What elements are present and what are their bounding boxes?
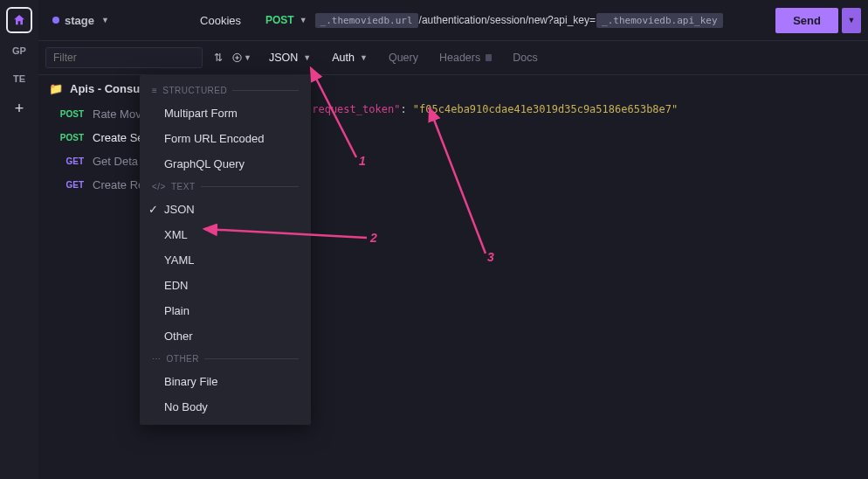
method-selector[interactable]: POST ▼ [265, 14, 307, 26]
tab-body[interactable]: JSON ▼ [269, 52, 311, 64]
env-selector[interactable]: stage ▼ [45, 10, 189, 31]
dropdown-section-label: OTHER [167, 354, 200, 364]
dropdown-item-nobody[interactable]: No Body [140, 394, 311, 420]
annotation-label-2: 2 [370, 231, 377, 245]
send-dropdown[interactable]: ▼ [842, 8, 861, 33]
url-input[interactable]: _.themoviedb.url /authentication/session… [314, 13, 769, 28]
editor-line: } [285, 117, 858, 133]
tab-query[interactable]: Query [389, 52, 418, 64]
cookies-button[interactable]: Cookies [189, 10, 251, 31]
dropdown-section-other: ⋯ OTHER [140, 349, 311, 369]
app-rail: GP TE + [0, 0, 38, 479]
dropdown-section-label: STRUCTURED [162, 86, 227, 95]
list-icon: ≡ [152, 86, 157, 95]
request-method: GET [56, 156, 84, 166]
dropdown-item-binary[interactable]: Binary File [140, 369, 311, 394]
env-dot-icon [52, 17, 59, 24]
plus-circle-icon [232, 52, 242, 64]
dropdown-section-structured: ≡ STRUCTURED [140, 80, 311, 101]
chevron-down-icon: ▼ [101, 16, 109, 24]
chevron-down-icon: ▼ [244, 53, 251, 62]
body-editor[interactable]: { "request_token": "f05c4eba910cdae41e30… [258, 75, 868, 143]
code-icon: </> [152, 182, 166, 191]
dots-icon: ⋯ [152, 354, 162, 364]
divider [204, 358, 299, 359]
request-tabs: JSON ▼ Auth ▼ Query Headers Docs [258, 40, 868, 75]
workspace-badge-gp[interactable]: GP [7, 40, 31, 61]
dropdown-item-other[interactable]: Other [140, 323, 311, 349]
chevron-down-icon: ▼ [360, 53, 368, 62]
divider [232, 90, 299, 91]
editor-line: "request_token": "f05c4eba910cdae41e3019… [285, 101, 858, 117]
tab-headers-label: Headers [439, 52, 480, 64]
request-name: Rate Mov [93, 108, 141, 121]
folder-icon: 📁 [49, 82, 63, 95]
env-name: stage [65, 14, 94, 27]
tab-docs[interactable]: Docs [513, 52, 537, 64]
dropdown-item-xml[interactable]: XML [140, 222, 311, 247]
dropdown-item-yaml[interactable]: YAML [140, 247, 311, 273]
editor-line: { [285, 86, 858, 101]
add-button[interactable]: ▼ [232, 48, 251, 67]
main-pane: POST ▼ _.themoviedb.url /authentication/… [258, 0, 868, 479]
env-row: stage ▼ Cookies [38, 0, 258, 40]
json-key: "request_token" [306, 103, 400, 115]
dropdown-item-multipart[interactable]: Multipart Form [140, 101, 311, 126]
dropdown-section-label: TEXT [171, 182, 196, 191]
add-workspace-button[interactable]: + [15, 100, 24, 118]
annotation-label-1: 1 [359, 154, 366, 168]
request-name: Get Deta [93, 155, 138, 168]
dropdown-item-json[interactable]: JSON [140, 197, 311, 222]
sort-icon: ⇅ [214, 52, 221, 64]
tab-headers[interactable]: Headers [439, 52, 492, 64]
workspace-badge-te[interactable]: TE [7, 68, 31, 89]
filter-input[interactable] [45, 47, 203, 68]
annotation-label-3: 3 [487, 250, 494, 264]
request-name: Create Re [93, 178, 144, 191]
dropdown-section-text: </> TEXT [140, 177, 311, 197]
method-label: POST [265, 14, 294, 26]
dropdown-item-graphql[interactable]: GraphQL Query [140, 151, 311, 177]
url-path: /authentication/session/new?api_key= [419, 14, 596, 26]
divider [201, 186, 299, 187]
headers-badge-icon [486, 54, 492, 61]
request-method: GET [56, 180, 84, 190]
dropdown-item-plain[interactable]: Plain [140, 298, 311, 323]
request-name: Create Se [93, 131, 144, 144]
tab-body-label: JSON [269, 52, 298, 64]
tab-auth[interactable]: Auth ▼ [332, 52, 368, 64]
filter-row: ⇅ ▼ [38, 40, 258, 75]
chevron-down-icon: ▼ [300, 16, 307, 24]
url-variable: _.themoviedb.url [315, 13, 418, 28]
request-method: POST [56, 109, 84, 119]
request-method: POST [56, 133, 84, 142]
body-type-dropdown: ≡ STRUCTURED Multipart Form Form URL Enc… [140, 75, 311, 425]
chevron-down-icon: ▼ [848, 16, 856, 24]
chevron-down-icon: ▼ [303, 53, 311, 62]
home-icon [12, 13, 26, 27]
dropdown-item-edn[interactable]: EDN [140, 273, 311, 298]
tab-auth-label: Auth [332, 52, 355, 64]
sort-button[interactable]: ⇅ [208, 48, 227, 67]
dropdown-item-form-url[interactable]: Form URL Encoded [140, 126, 311, 151]
json-value: "f05c4eba910cdae41e3019d35c9a5186e653b8e… [413, 103, 678, 115]
url-variable: _.themoviedb.api_key [596, 13, 722, 28]
home-button[interactable] [6, 7, 32, 33]
send-button[interactable]: Send [775, 8, 838, 33]
url-bar: POST ▼ _.themoviedb.url /authentication/… [258, 0, 868, 40]
